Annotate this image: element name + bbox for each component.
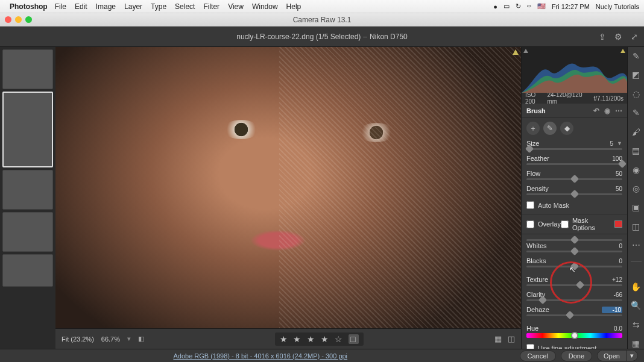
compare-icon[interactable]: ◧ bbox=[138, 335, 144, 343]
menu-window[interactable]: Window bbox=[252, 2, 278, 11]
thumbnail-5[interactable] bbox=[2, 254, 53, 287]
menu-image[interactable]: Image bbox=[96, 2, 116, 11]
value-whites[interactable]: 0 bbox=[602, 243, 622, 249]
status-record-icon[interactable]: ● bbox=[493, 3, 497, 10]
mask-options-checkbox[interactable] bbox=[561, 220, 569, 228]
size-dropdown-icon[interactable]: ▼ bbox=[617, 140, 622, 146]
track-dehaze[interactable] bbox=[526, 314, 622, 316]
highlight-clip-warning-icon[interactable] bbox=[513, 49, 519, 55]
value-size[interactable]: 5 bbox=[593, 140, 613, 147]
cancel-button[interactable]: Cancel bbox=[520, 351, 556, 361]
menu-filter[interactable]: Filter bbox=[203, 2, 219, 11]
thumbnail-4[interactable] bbox=[2, 212, 53, 252]
status-sync-icon[interactable]: ↻ bbox=[516, 2, 521, 10]
tool-crop-icon[interactable]: ◩ bbox=[631, 69, 642, 80]
value-density[interactable]: 50 bbox=[602, 186, 622, 192]
mask-color-swatch[interactable] bbox=[614, 220, 622, 228]
thumbnail-1[interactable] bbox=[2, 49, 53, 89]
tool-hand-icon[interactable]: ✋ bbox=[631, 281, 642, 292]
menu-file[interactable]: File bbox=[55, 2, 66, 11]
menu-edit[interactable]: Edit bbox=[75, 2, 87, 11]
highlight-clip-icon[interactable] bbox=[620, 49, 625, 53]
tool-edit-icon[interactable]: ✎ bbox=[631, 51, 642, 61]
value-dehaze[interactable]: -10 bbox=[602, 307, 622, 313]
tool-radial-icon[interactable]: ◉ bbox=[631, 164, 642, 175]
thumbnail-2[interactable] bbox=[2, 92, 53, 167]
preview-detail bbox=[279, 47, 521, 328]
menu-layer[interactable]: Layer bbox=[124, 2, 142, 11]
menubar-user[interactable]: Nucly Tutorials bbox=[596, 3, 639, 10]
visibility-icon[interactable]: ◉ bbox=[604, 107, 610, 115]
track-flow[interactable] bbox=[526, 178, 622, 180]
menu-view[interactable]: View bbox=[228, 2, 244, 11]
open-dropdown-icon[interactable]: ▾ bbox=[626, 351, 637, 361]
track-size[interactable] bbox=[526, 148, 622, 150]
value-hue[interactable]: 0.0 bbox=[602, 325, 622, 332]
brush-add-button[interactable]: ＋ bbox=[526, 122, 540, 135]
tool-redeye-icon[interactable]: ◎ bbox=[631, 183, 642, 193]
menu-help[interactable]: Help bbox=[286, 2, 301, 11]
tool-preset-icon[interactable]: ◫ bbox=[631, 221, 642, 231]
overlay-checkbox[interactable] bbox=[526, 220, 534, 228]
footer-metadata[interactable]: Adobe RGB (1998) - 8 bit - 4016 x 6016 (… bbox=[173, 352, 347, 360]
window-close-button[interactable] bbox=[5, 16, 11, 23]
track-whites[interactable] bbox=[526, 251, 622, 252]
zoom-level[interactable]: 66.7% bbox=[101, 335, 120, 343]
window-minimize-button[interactable] bbox=[15, 16, 22, 23]
tool-brush-icon[interactable]: 🖌 bbox=[631, 126, 642, 137]
done-button[interactable]: Done bbox=[561, 351, 592, 361]
zoom-dropdown-icon[interactable]: ▾ bbox=[127, 335, 131, 343]
tool-heal-icon[interactable]: ◌ bbox=[631, 89, 642, 99]
open-button[interactable]: Open ▾ bbox=[597, 350, 638, 361]
tool-gradient-icon[interactable]: ▤ bbox=[631, 145, 642, 155]
value-blacks[interactable]: 0 bbox=[602, 258, 622, 264]
panel-menu-icon[interactable]: ⋯ bbox=[615, 107, 622, 115]
shadow-clip-icon[interactable] bbox=[523, 49, 528, 53]
track-feather[interactable] bbox=[526, 163, 622, 165]
thumbnail-3[interactable] bbox=[2, 170, 53, 210]
automask-checkbox[interactable] bbox=[526, 201, 534, 209]
view-split-icon[interactable]: ◫ bbox=[508, 334, 515, 343]
track-blacks[interactable] bbox=[526, 266, 622, 267]
open-button-label[interactable]: Open bbox=[598, 351, 626, 361]
preview-canvas[interactable] bbox=[55, 47, 521, 328]
value-flow[interactable]: 50 bbox=[602, 170, 622, 177]
track-hue[interactable] bbox=[526, 333, 622, 338]
share-icon[interactable]: ⇪ bbox=[599, 32, 606, 42]
track-clarity[interactable] bbox=[526, 299, 622, 301]
brush-edit-button[interactable]: ✎ bbox=[543, 122, 557, 135]
status-flag-icon[interactable]: 🇺🇸 bbox=[537, 2, 546, 10]
exif-shutter: 1/200s bbox=[605, 95, 623, 102]
track-density[interactable] bbox=[526, 193, 622, 195]
tool-grid-icon[interactable]: ▦ bbox=[631, 339, 642, 349]
fullscreen-icon[interactable]: ⤢ bbox=[631, 32, 638, 42]
status-display-icon[interactable]: ▭ bbox=[504, 2, 510, 10]
tool-eyedropper-icon[interactable]: ✎ bbox=[631, 107, 642, 117]
panel-scroll[interactable]: Size 5 ▼ Feather100 Flow50 bbox=[522, 139, 627, 349]
value-clarity[interactable]: -66 bbox=[602, 292, 622, 298]
status-wifi-icon[interactable]: ⌔ bbox=[527, 3, 531, 10]
value-feather[interactable]: 100 bbox=[602, 155, 622, 162]
menu-type[interactable]: Type bbox=[151, 2, 166, 11]
view-single-icon[interactable]: ▦ bbox=[494, 334, 502, 343]
menubar-clock[interactable]: Fri 12:27 PM bbox=[552, 3, 590, 10]
tool-snapshot-icon[interactable]: ▣ bbox=[631, 202, 642, 213]
filmstrip bbox=[0, 47, 55, 349]
settings-gear-icon[interactable]: ⚙ bbox=[614, 32, 622, 42]
rating-stars[interactable]: ★ ★ ★ ★ ☆ □ bbox=[275, 332, 364, 346]
menu-select[interactable]: Select bbox=[175, 2, 195, 11]
histogram[interactable] bbox=[522, 47, 627, 93]
track-texture[interactable] bbox=[526, 284, 622, 286]
exif-aperture: f/7.1 bbox=[594, 95, 605, 102]
fine-adj-checkbox[interactable] bbox=[526, 344, 534, 349]
zoom-fit[interactable]: Fit (23.2%) bbox=[62, 335, 94, 343]
tool-more-icon[interactable]: ⋯ bbox=[631, 240, 642, 251]
value-texture[interactable]: +12 bbox=[602, 276, 622, 283]
tool-toggle-icon[interactable]: ⇆ bbox=[631, 319, 642, 329]
brush-erase-button[interactable]: ◆ bbox=[560, 122, 573, 135]
tool-zoom-icon[interactable]: 🔍 bbox=[631, 301, 642, 311]
undo-icon[interactable]: ↶ bbox=[593, 107, 599, 115]
exif-row: ISO 200 24-120@120 mm f/7.1 1/200s bbox=[522, 93, 627, 104]
menubar-app-name[interactable]: Photoshop bbox=[10, 2, 48, 11]
window-zoom-button[interactable] bbox=[25, 16, 32, 23]
